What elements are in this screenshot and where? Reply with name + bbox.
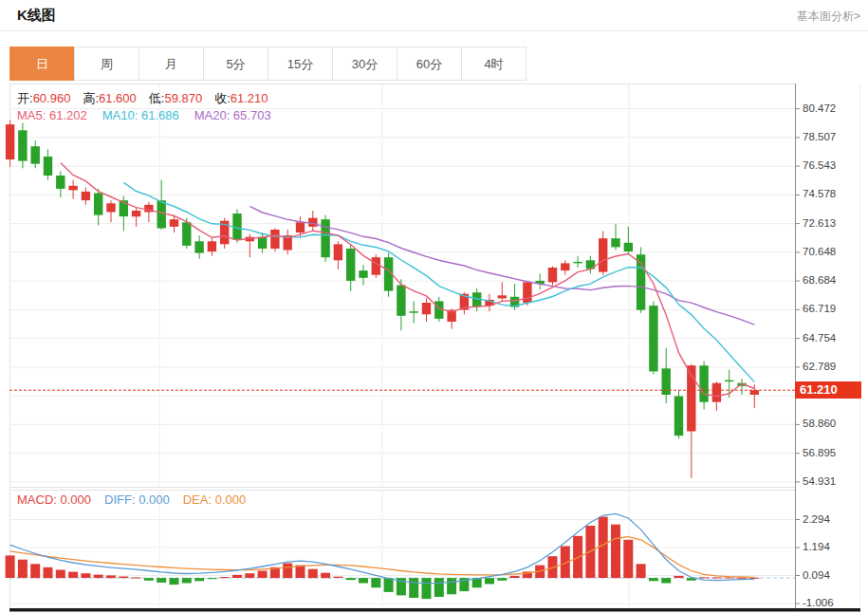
field-label: DIFF: (104, 492, 136, 507)
macd-bar (308, 569, 318, 578)
field-value: 60.960 (33, 91, 71, 105)
candle-body (372, 257, 380, 275)
macd-bar (434, 578, 444, 597)
ohlc-quote-row: 开:60.960高:61.600低:59.870收:61.210 (17, 90, 281, 107)
macd-bar (333, 577, 342, 578)
candle-body (157, 200, 166, 228)
kline-chart[interactable]: 80.47278.50776.54374.57872.61370.64868.6… (0, 84, 868, 613)
candle-body (258, 237, 267, 249)
kline-widget: K线图 基本面分析> 日周月5分15分30分60分4时 80.47278.507… (0, 0, 868, 613)
macd-bar (699, 577, 709, 578)
macd-row-item: MACD: 0.000 (17, 492, 91, 507)
macd-bar (170, 578, 179, 585)
macd-bar (725, 578, 734, 579)
macd-bar (611, 525, 620, 578)
macd-bar (409, 578, 418, 598)
field-label: MACD: (17, 492, 57, 507)
ma-row-item: MA20: 65.703 (194, 108, 271, 122)
candle-body (270, 230, 279, 249)
candle-body (18, 130, 27, 160)
macd-bar (232, 575, 242, 578)
quote-row-item: 开:60.960 (17, 91, 83, 105)
y-axis-label: 72.613 (803, 217, 836, 229)
candle-body (498, 295, 507, 298)
y-axis-label: 74.578 (803, 188, 836, 199)
candle-body (434, 301, 443, 319)
ma10-line (123, 182, 754, 381)
macd-bar (81, 573, 90, 578)
macd-bar (711, 578, 721, 579)
field-label: 开: (17, 91, 33, 105)
field-value: 61.686 (138, 108, 178, 122)
candle-body (6, 124, 14, 159)
candle-body (132, 211, 140, 216)
macd-bar (207, 578, 216, 579)
interval-tab-60分[interactable]: 60分 (397, 46, 462, 81)
y-axis-label-macd: 2.294 (803, 513, 830, 525)
field-value: 59.870 (164, 91, 202, 105)
interval-tab-周[interactable]: 周 (74, 46, 139, 81)
y-axis-label: 68.684 (803, 274, 837, 286)
macd-bar (194, 578, 204, 581)
candle-body (334, 244, 342, 260)
macd-bar (283, 564, 292, 579)
candle-body (194, 241, 203, 252)
macd-bar (321, 573, 330, 578)
y-axis-label: 66.719 (803, 303, 836, 314)
macd-bar (56, 570, 65, 579)
fundamental-analysis-link[interactable]: 基本面分析> (797, 9, 860, 25)
interval-tab-15分[interactable]: 15分 (268, 46, 333, 81)
y-axis-label: 54.931 (803, 475, 836, 487)
macd-values-row: MACD: 0.000DIFF: 0.000DEA: 0.000 (17, 492, 259, 507)
candle-body (296, 222, 305, 232)
y-axis-label-macd: -1.006 (803, 597, 834, 608)
candle-body (422, 303, 431, 314)
macd-bar (661, 578, 671, 583)
macd-bar (182, 578, 192, 583)
macd-bar (346, 578, 356, 580)
candle-body (662, 368, 671, 395)
macd-bar (106, 575, 116, 578)
macd-bar (674, 576, 684, 578)
candle-body (94, 194, 102, 215)
candle-body (321, 219, 329, 257)
y-axis-label: 78.507 (803, 131, 836, 142)
candle-body (674, 397, 683, 437)
macd-bar (68, 572, 78, 578)
y-axis-label: 64.754 (803, 332, 837, 344)
candle-body (573, 262, 582, 264)
candle-body (611, 238, 619, 247)
macd-bar (422, 578, 432, 599)
candle-body (31, 146, 40, 164)
widget-header: K线图 基本面分析> (0, 0, 868, 31)
field-value: 61.202 (46, 108, 86, 122)
y-axis-label: 56.895 (803, 447, 836, 458)
y-axis-label: 70.648 (803, 246, 836, 257)
candle-body (346, 249, 355, 281)
y-axis-label: 58.860 (803, 418, 836, 429)
interval-tab-30分[interactable]: 30分 (332, 46, 397, 81)
candle-body (548, 268, 557, 282)
quote-row-item: 低:59.870 (149, 91, 214, 105)
field-label: MA20: (194, 108, 231, 122)
widget-bottom-border (9, 608, 860, 612)
interval-tab-日[interactable]: 日 (9, 46, 75, 81)
candle-body (750, 390, 759, 395)
macd-bar (6, 555, 15, 578)
field-value: 0.000 (57, 492, 91, 507)
candle-body (182, 222, 191, 246)
field-label: DEA: (183, 492, 212, 507)
macd-bar (510, 576, 520, 578)
candle-body (208, 241, 216, 251)
macd-bar (144, 578, 154, 581)
quote-row-item: 收:61.210 (214, 91, 280, 105)
macd-bar (30, 564, 40, 578)
interval-tab-4时[interactable]: 4时 (461, 46, 526, 81)
interval-tab-5分[interactable]: 5分 (203, 46, 268, 81)
field-value: 61.600 (99, 91, 137, 105)
interval-tab-月[interactable]: 月 (139, 46, 204, 81)
field-label: 低: (149, 91, 165, 105)
y-axis-label: 62.789 (803, 361, 836, 372)
macd-bar (485, 578, 494, 584)
macd-bar (18, 560, 28, 578)
